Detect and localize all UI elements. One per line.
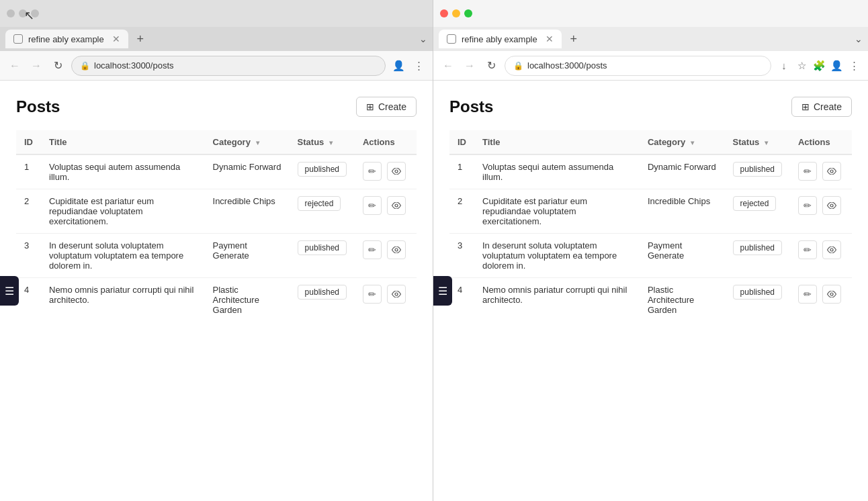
view-button[interactable] bbox=[822, 240, 841, 259]
left-tab-bar: refine ably example ✕ + ⌄ bbox=[0, 27, 433, 51]
left-page-header: Posts ⊞ Create bbox=[16, 97, 417, 117]
view-button[interactable] bbox=[387, 162, 406, 181]
edit-button[interactable]: ✏ bbox=[798, 285, 817, 304]
actions-cell: ✏ bbox=[363, 240, 408, 259]
left-tab-expand[interactable]: ⌄ bbox=[419, 34, 427, 44]
left-more-icon[interactable]: ⋮ bbox=[411, 58, 426, 73]
left-active-tab[interactable]: refine ably example ✕ bbox=[5, 30, 128, 48]
left-window-controls bbox=[7, 9, 39, 17]
right-new-tab-button[interactable]: + bbox=[564, 30, 583, 48]
right-col-status[interactable]: Status ▾ bbox=[725, 130, 790, 154]
right-status-sort-icon: ▾ bbox=[765, 139, 768, 146]
edit-button[interactable]: ✏ bbox=[798, 196, 817, 215]
svg-point-3 bbox=[395, 293, 398, 295]
right-tab-favicon bbox=[447, 34, 456, 44]
left-forward-button[interactable]: → bbox=[28, 58, 44, 74]
left-back-button[interactable]: ← bbox=[7, 58, 23, 74]
view-button[interactable] bbox=[822, 162, 841, 181]
cell-actions: ✏ bbox=[355, 189, 417, 234]
edit-button[interactable]: ✏ bbox=[798, 240, 817, 259]
left-url-bar[interactable]: 🔒 localhost:3000/posts bbox=[71, 56, 386, 76]
left-col-category[interactable]: Category ▾ bbox=[205, 130, 290, 154]
left-col-actions: Actions bbox=[355, 130, 417, 154]
cell-id: 3 bbox=[449, 234, 474, 278]
left-new-tab-button[interactable]: + bbox=[131, 30, 150, 48]
cell-title: Voluptas sequi autem assumenda illum. bbox=[41, 154, 205, 189]
left-title-bar bbox=[0, 0, 433, 27]
left-page-wrapper: ☰ Posts ⊞ Create ID Title bbox=[0, 81, 433, 501]
cell-category: Incredible Chips bbox=[205, 189, 290, 234]
left-address-bar: ← → ↻ 🔒 localhost:3000/posts 👤 ⋮ bbox=[0, 51, 433, 81]
left-create-button[interactable]: ⊞ Create bbox=[356, 97, 417, 117]
right-tab-bar: refine ably example ✕ + ⌄ bbox=[433, 27, 868, 51]
table-row: 3 In deserunt soluta voluptatem voluptat… bbox=[449, 234, 852, 278]
right-table-body: 1 Voluptas sequi autem assumenda illum. … bbox=[449, 154, 852, 322]
left-close-control[interactable] bbox=[7, 9, 15, 17]
actions-cell: ✏ bbox=[363, 162, 408, 181]
edit-button[interactable]: ✏ bbox=[363, 285, 382, 304]
view-button[interactable] bbox=[387, 196, 406, 215]
right-min-control[interactable] bbox=[452, 9, 460, 17]
status-badge: published bbox=[733, 162, 782, 177]
left-col-id: ID bbox=[16, 130, 41, 154]
left-refresh-button[interactable]: ↻ bbox=[50, 58, 66, 74]
svg-point-0 bbox=[395, 170, 398, 173]
right-star-icon[interactable]: ☆ bbox=[794, 58, 809, 73]
left-lock-icon: 🔒 bbox=[80, 61, 90, 71]
right-tab-title: refine ably example bbox=[462, 34, 537, 44]
left-data-table: ID Title Category ▾ Status ▾ Actions bbox=[16, 130, 417, 322]
left-col-status[interactable]: Status ▾ bbox=[290, 130, 355, 154]
left-tab-favicon bbox=[13, 34, 23, 44]
left-user-icon[interactable]: 👤 bbox=[391, 58, 406, 73]
left-sidebar-toggle[interactable]: ☰ bbox=[0, 276, 19, 306]
right-tab-close[interactable]: ✕ bbox=[546, 34, 554, 44]
right-forward-button[interactable]: → bbox=[462, 58, 478, 74]
table-row: 1 Voluptas sequi autem assumenda illum. … bbox=[16, 154, 417, 189]
edit-button[interactable]: ✏ bbox=[363, 196, 382, 215]
right-url-text: localhost:3000/posts bbox=[527, 60, 607, 71]
right-url-bar[interactable]: 🔒 localhost:3000/posts bbox=[505, 56, 771, 76]
right-profile-icon[interactable]: 👤 bbox=[829, 58, 844, 73]
view-button[interactable] bbox=[387, 285, 406, 304]
right-col-category[interactable]: Category ▾ bbox=[640, 130, 725, 154]
edit-button[interactable]: ✏ bbox=[363, 240, 382, 259]
cell-id: 1 bbox=[449, 154, 474, 189]
left-tab-close[interactable]: ✕ bbox=[112, 34, 120, 44]
view-button[interactable] bbox=[387, 240, 406, 259]
right-max-control[interactable] bbox=[464, 9, 472, 17]
right-col-id: ID bbox=[449, 130, 474, 154]
view-button[interactable] bbox=[822, 196, 841, 215]
right-tab-expand[interactable]: ⌄ bbox=[855, 34, 863, 44]
right-address-icons: ↓ ☆ 🧩 👤 ⋮ bbox=[777, 58, 861, 73]
right-create-plus-icon: ⊞ bbox=[801, 101, 810, 112]
right-menu-icon: ☰ bbox=[438, 285, 447, 298]
right-active-tab[interactable]: refine ably example ✕ bbox=[439, 30, 562, 48]
right-window-controls bbox=[440, 9, 472, 17]
left-tab-title: refine ably example bbox=[28, 34, 104, 44]
right-more-icon[interactable]: ⋮ bbox=[847, 58, 861, 73]
table-row: 4 Nemo omnis pariatur corrupti qui nihil… bbox=[16, 278, 417, 322]
right-category-sort-icon: ▾ bbox=[691, 139, 694, 146]
cell-title: Cupiditate est pariatur eum repudiandae … bbox=[474, 189, 640, 234]
left-max-control[interactable] bbox=[31, 9, 39, 17]
right-col-actions: Actions bbox=[790, 130, 852, 154]
right-sidebar-toggle[interactable]: ☰ bbox=[433, 276, 452, 306]
right-refresh-button[interactable]: ↻ bbox=[483, 58, 499, 74]
left-table-head: ID Title Category ▾ Status ▾ Actions bbox=[16, 130, 417, 154]
status-badge: rejected bbox=[298, 196, 341, 211]
view-button[interactable] bbox=[822, 285, 841, 304]
edit-button[interactable]: ✏ bbox=[798, 162, 817, 181]
right-address-bar: ← → ↻ 🔒 localhost:3000/posts ↓ ☆ 🧩 👤 ⋮ bbox=[433, 51, 868, 81]
right-bookmark-icon[interactable]: ↓ bbox=[777, 58, 791, 73]
cell-category: Dynamic Forward bbox=[640, 154, 725, 189]
right-page-header: Posts ⊞ Create bbox=[449, 97, 852, 117]
right-extensions-icon[interactable]: 🧩 bbox=[812, 58, 826, 73]
left-min-control[interactable] bbox=[19, 9, 27, 17]
edit-button[interactable]: ✏ bbox=[363, 162, 382, 181]
right-back-button[interactable]: ← bbox=[440, 58, 456, 74]
right-create-button[interactable]: ⊞ Create bbox=[791, 97, 852, 117]
status-badge: published bbox=[733, 240, 782, 255]
right-close-control[interactable] bbox=[440, 9, 448, 17]
actions-cell: ✏ bbox=[363, 285, 408, 304]
cell-id: 1 bbox=[16, 154, 41, 189]
